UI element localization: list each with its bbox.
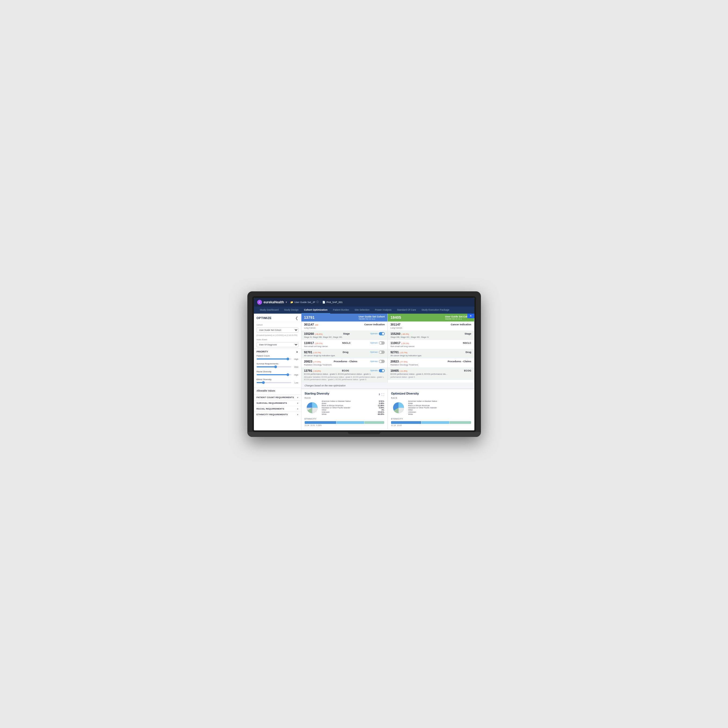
left-name-1: Stage — [343, 332, 350, 335]
breadcrumb-folder[interactable]: User Guide Set_JP — [294, 301, 315, 304]
breadcrumb-file[interactable]: Prot_SAP_001 — [326, 301, 343, 304]
left-toggle-1[interactable] — [379, 332, 385, 335]
patient-count-thumb[interactable] — [286, 358, 289, 360]
right-count-3: 92701 — [390, 350, 399, 354]
left-optimize-btn-5[interactable]: Optimize — [370, 370, 378, 372]
right-diversity-title: Optimized Diversity — [391, 392, 471, 395]
race-pct-1: 2.49% — [379, 402, 384, 404]
apply-button[interactable]: R — [467, 314, 474, 318]
left-count-5: 13791 — [304, 369, 312, 372]
ethnic-diversity-label: Ethnic Diversity — [257, 378, 298, 381]
ethnic-diversity-thumb[interactable] — [262, 381, 265, 384]
folder-icon: 📁 — [290, 301, 293, 304]
left-optimize-btn-1[interactable]: Optimize — [370, 333, 378, 335]
right-eth-labels: 21.18 10.63 — [391, 424, 471, 426]
tab-standard-of-care[interactable]: Standard Of Care — [394, 307, 419, 314]
left-criterion-stage: 155260 (-48.4%) Stage Optimize — [301, 331, 388, 340]
sidebar-collapse-button[interactable]: ❮ — [295, 316, 298, 320]
left-cohort-column: 13791 User Guide Set Cohort Site360 Oct … — [301, 314, 388, 383]
race-name-3: Hawaiian or Other Pacific Islander — [322, 407, 350, 409]
cohort-select[interactable]: User Guide Set Cohort — [257, 327, 298, 333]
right-race-content: American Indian or Alaskan Native Asian … — [391, 400, 471, 416]
tab-patient-burden[interactable]: Patient Burden — [330, 307, 352, 314]
breadcrumb-sep: > — [320, 301, 321, 304]
app-logo[interactable]: e eurekaHealth ▾ — [257, 300, 287, 305]
tab-power-analysis[interactable]: Power Analysis — [372, 307, 394, 314]
racial-diversity-label: Racial Diversity — [257, 370, 298, 373]
right-cohort-column: 18405 User Guide Set Cohort Site360 Oct … — [388, 314, 474, 383]
left-name-0: Cancer Indication — [364, 323, 385, 326]
racial-requirements[interactable]: RACIAL REQUIREMENTS ▾ — [254, 406, 301, 411]
left-cohort-sub: Site360 Oct 21 v1.1 — [358, 318, 385, 320]
index-event-section: Index Event Date Of Diagnosis — [254, 337, 301, 349]
right-count-1: 155260 — [390, 332, 401, 335]
right-race-name-2: Black or African American — [408, 405, 430, 407]
right-race-name-1: Asian — [408, 402, 413, 404]
racial-diversity-thumb[interactable] — [286, 373, 289, 376]
cohort-label: Cohort — [257, 324, 298, 326]
tab-study-execution[interactable]: Study Execution Package — [419, 307, 452, 314]
left-toggle-2[interactable] — [379, 341, 385, 344]
survival-track[interactable] — [257, 366, 291, 367]
racial-req-arrow: ▾ — [297, 408, 298, 410]
priority-survival: Survival Requirements Med — [257, 362, 298, 368]
priority-patient-count: Patient Count High — [257, 355, 298, 360]
race-name-5: Unknown — [322, 411, 330, 413]
left-delta-4: (-77.5%) — [313, 361, 321, 363]
ethnicity-requirements[interactable]: ETHNICITY REQUIREMENTS ▾ — [254, 411, 301, 418]
race-pct-0: 0.51% — [379, 400, 384, 402]
left-delta-3: (-15.7%) — [313, 351, 321, 354]
race-name-2: Black or African American — [322, 405, 344, 407]
right-count-0: 301147 — [390, 323, 401, 326]
index-event-select[interactable]: Date Of Diagnosis — [257, 342, 298, 347]
screen: e eurekaHealth ▾ 📁 User Guide Set_JP ⓘ >… — [254, 298, 474, 430]
patient-count-requirements[interactable]: PATIENT COUNT REQUIREMENTS ▾ — [254, 395, 301, 400]
right-name-2: NSCLC — [463, 342, 471, 344]
racial-diversity-track[interactable] — [257, 374, 291, 375]
left-name-2: NSCLC — [342, 342, 350, 344]
left-count-3: 92701 — [304, 350, 312, 354]
left-delta-0: 100 — [315, 324, 318, 326]
left-optimize-btn-4[interactable]: Optimize — [370, 360, 378, 362]
patient-count-track[interactable] — [257, 358, 291, 359]
left-toggle-4[interactable] — [379, 360, 385, 363]
index-event-label: Index Event — [257, 338, 298, 341]
right-eth-seg-0 — [391, 421, 421, 424]
patient-count-fill — [257, 358, 288, 359]
right-name-3: Drug — [466, 351, 471, 353]
tab-site-selection[interactable]: Site Selection — [352, 307, 372, 314]
right-criterion-procedures: 20823 (-77.5%) Procedures - Claims Radia… — [388, 358, 474, 368]
left-name-3: Drug — [343, 351, 349, 353]
right-delta-1: (-48.4%) — [401, 333, 409, 335]
left-optimize-btn-2[interactable]: Optimize — [370, 342, 378, 344]
right-criterion-nsclc: 110017 (-29.1%) NSCLC Non-small cell lun… — [388, 340, 474, 349]
left-toggle-3[interactable] — [379, 350, 385, 354]
ethnic-diversity-track[interactable] — [257, 382, 291, 383]
left-eth-seg-2 — [364, 421, 384, 424]
tab-study-dashboard[interactable]: Study Dashboard — [257, 307, 281, 314]
right-criterion-ecog: 18405 (-11.6%) ECOG ECOG performance sta… — [388, 368, 474, 380]
info-icon: ⓘ — [317, 300, 319, 304]
download-icon[interactable]: ⬇ — [378, 393, 381, 396]
survival-requirements[interactable]: SURVIVAL REQUIREMENTS ▾ — [254, 400, 301, 406]
survival-thumb[interactable] — [274, 366, 277, 368]
right-name-0: Cancer Indication — [451, 323, 471, 326]
app-name: eurekaHealth — [264, 300, 284, 304]
right-race-legend: American Indian or Alaskan Native Asian … — [408, 400, 471, 416]
left-diversity-title: Starting Diversity — [305, 392, 329, 395]
breadcrumb: 📁 User Guide Set_JP ⓘ > 📄 Prot_SAP_001 — [290, 300, 343, 304]
priority-header[interactable]: PRIORITY ▲ — [257, 350, 298, 353]
left-optimize-btn-3[interactable]: Optimize — [370, 351, 378, 353]
race-item-4: Other 0% — [322, 409, 384, 411]
left-eth-labels: 21.04 20.91 5.28% — [305, 424, 384, 426]
expand-icon[interactable]: ⛶ — [381, 393, 384, 396]
sidebar-title: OPTIMIZE — [257, 317, 272, 320]
race-item-6: White 66.05% — [322, 413, 384, 415]
tab-cohort-optimization[interactable]: Cohort Optimization — [301, 307, 330, 314]
left-toggle-5[interactable] — [379, 369, 385, 372]
tab-study-design[interactable]: Study Design — [281, 307, 301, 314]
right-ethnicity-group: ETHNICITY 21.18 10.63 — [391, 418, 471, 426]
left-name-5: ECOG — [342, 369, 349, 372]
center-panel: R 13791 User Guide Set Cohort Site360 Oc… — [301, 314, 474, 430]
left-desc-3: All cancer drugs by indication type. — [304, 354, 385, 357]
